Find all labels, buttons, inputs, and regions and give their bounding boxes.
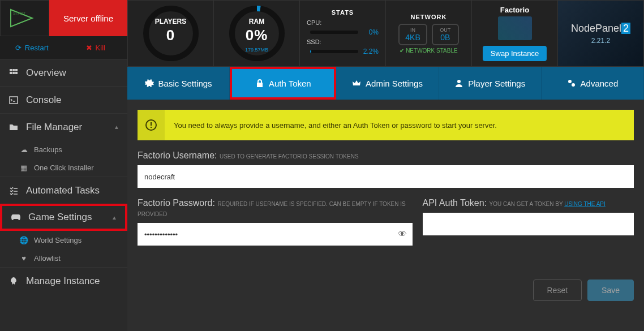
brand-tile: NodePanel2 2.21.2 — [557, 1, 643, 66]
network-out: OUT 0B — [432, 24, 459, 45]
svg-rect-15 — [151, 127, 152, 128]
kill-icon: ✖ — [86, 44, 92, 52]
sidebar-item-automated-tasks[interactable]: Automated Tasks — [0, 177, 127, 204]
network-tile: NETWORK IN 4KB OUT 0B ✔ NETWORK STABLE — [385, 1, 471, 66]
sidebar-item-label: Automated Tasks — [26, 185, 100, 196]
grid-small-icon: ▦ — [19, 164, 28, 172]
cpu-value: 0% — [362, 28, 379, 36]
brand-version: 2.21.2 — [591, 37, 610, 45]
sidebar-item-game-settings[interactable]: Game Settings ▲ — [0, 204, 127, 231]
alert-text: You need to always provide a username, a… — [165, 121, 506, 130]
gears-icon — [567, 79, 576, 88]
net-out-value: 0B — [439, 33, 452, 42]
gauge-label: RAM — [227, 18, 286, 25]
sidebar-item-manage-instance[interactable]: Manage Instance — [0, 267, 127, 294]
cpu-label: CPU: — [307, 19, 324, 26]
sidebar-item-label: One Click Installer — [34, 164, 93, 172]
network-in: IN 4KB — [398, 24, 427, 45]
sidebar-item-allowlist[interactable]: ♥ Allowlist — [0, 249, 127, 267]
rocket-icon — [8, 277, 19, 286]
swap-instance-button[interactable]: Swap Instance — [483, 46, 547, 61]
sidebar-item-file-manager[interactable]: File Manager ▲ — [0, 113, 127, 140]
sidebar-item-label: File Manager — [26, 122, 82, 133]
gear-icon — [145, 79, 154, 88]
tab-basic-settings[interactable]: Basic Settings — [127, 67, 230, 100]
tab-label: Admin Settings — [366, 79, 423, 88]
username-hint: USED TO GENERATE FACTORIO SESSION TOKENS — [220, 153, 359, 160]
svg-point-10 — [457, 80, 461, 83]
crown-icon — [352, 79, 361, 88]
warning-icon — [145, 119, 157, 131]
sidebar-item-label: Manage Instance — [26, 276, 100, 287]
net-in-label: IN — [405, 27, 420, 33]
network-title: NETWORK — [393, 14, 465, 20]
sidebar-item-backups[interactable]: ☁ Backups — [0, 140, 127, 158]
svg-rect-14 — [151, 122, 152, 126]
tab-admin-settings[interactable]: Admin Settings — [336, 67, 439, 100]
using-api-link[interactable]: USING THE API — [564, 201, 606, 207]
eye-icon[interactable]: 👁 — [398, 229, 407, 239]
warning-alert: You need to always provide a username, a… — [138, 110, 634, 140]
reset-button[interactable]: Reset — [533, 280, 582, 301]
lock-icon — [255, 79, 264, 88]
svg-rect-4 — [12, 72, 15, 74]
svg-rect-3 — [10, 72, 12, 74]
cloud-icon: ☁ — [19, 145, 28, 154]
sidebar-item-label: Overview — [26, 67, 66, 79]
svg-rect-2 — [15, 69, 18, 71]
svg-point-12 — [572, 83, 575, 87]
chevron-up-icon: ▲ — [114, 124, 119, 130]
gauge-label: PLAYERS — [141, 18, 200, 25]
user-icon — [454, 79, 463, 88]
restart-label: Restart — [25, 44, 49, 52]
svg-point-11 — [568, 80, 572, 83]
chevron-up-icon: ▲ — [111, 214, 117, 221]
sidebar-item-one-click[interactable]: ▦ One Click Installer — [0, 158, 127, 177]
username-input[interactable] — [138, 165, 634, 188]
sidebar-item-label: World Settings — [34, 236, 81, 244]
password-input[interactable] — [138, 223, 413, 246]
gauge-sublabel: 179.57MB — [227, 47, 286, 53]
start-label: START — [13, 11, 26, 15]
svg-rect-0 — [10, 69, 12, 71]
gamepad-icon — [10, 213, 22, 221]
sidebar-item-label: Console — [26, 94, 61, 106]
token-input[interactable] — [423, 213, 634, 235]
network-status: ✔ NETWORK STABLE — [393, 48, 465, 54]
start-button[interactable]: START — [0, 0, 49, 36]
net-out-label: OUT — [439, 27, 452, 33]
sidebar-item-label: Game Settings — [28, 212, 92, 223]
token-hint: YOU CAN GET A TOKEN BY USING THE API — [490, 201, 606, 207]
stats-tile: STATS CPU: 0% SSD: 2.2% — [299, 1, 385, 66]
restart-button[interactable]: ⟳ Restart — [0, 36, 64, 59]
sidebar-item-label: Backups — [34, 145, 62, 154]
start-icon: START — [10, 8, 40, 28]
tasks-icon — [8, 186, 19, 195]
password-label: Factorio Password: REQUIRED IF USERNAME … — [138, 198, 413, 218]
save-button[interactable]: Save — [587, 280, 634, 301]
net-in-value: 4KB — [405, 33, 420, 42]
stats-title: STATS — [307, 9, 379, 16]
ram-gauge: RAM 0% 179.57MB — [213, 1, 299, 66]
game-art — [498, 16, 532, 40]
svg-rect-5 — [15, 72, 18, 74]
ssd-label: SSD: — [307, 38, 324, 45]
tab-label: Player Settings — [468, 79, 525, 88]
kill-label: Kill — [96, 44, 105, 52]
game-tile: Factorio Swap Instance — [471, 1, 557, 66]
sidebar-item-console[interactable]: Console — [0, 86, 127, 113]
tab-advanced[interactable]: Advanced — [542, 67, 644, 100]
tab-auth-token[interactable]: Auth Token — [230, 67, 336, 100]
token-label: API Auth Token: YOU CAN GET A TOKEN BY U… — [423, 198, 634, 208]
sidebar-item-world-settings[interactable]: 🌐 World Settings — [0, 231, 127, 249]
brand-logo: NodePanel2 — [571, 23, 630, 35]
sidebar-item-overview[interactable]: Overview — [0, 59, 127, 86]
game-name: Factorio — [500, 6, 529, 14]
tab-label: Advanced — [581, 79, 619, 88]
username-label: Factorio Username: USED TO GENERATE FACT… — [138, 151, 634, 161]
tab-label: Auth Token — [269, 79, 311, 88]
tab-player-settings[interactable]: Player Settings — [439, 67, 542, 100]
kill-button[interactable]: ✖ Kill — [64, 36, 128, 59]
gauge-value: 0% — [227, 27, 286, 44]
tab-label: Basic Settings — [158, 79, 212, 88]
